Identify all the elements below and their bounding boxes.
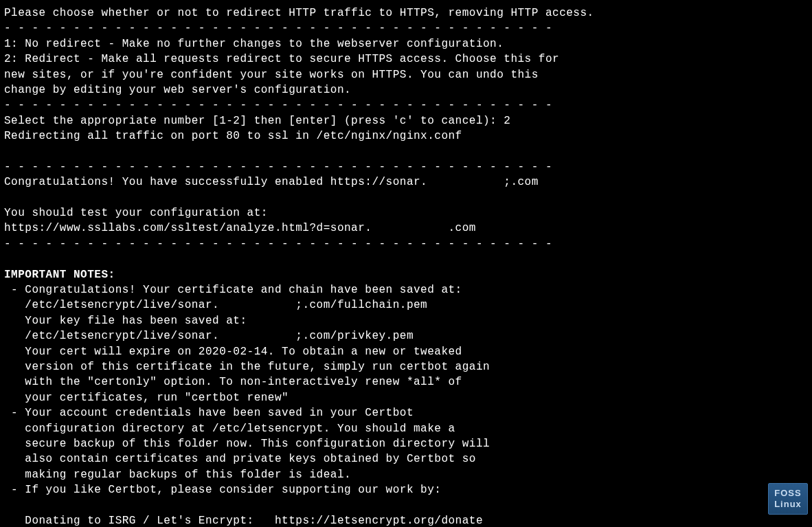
terminal-line <box>4 144 808 159</box>
terminal-line: /etc/letsencrypt/live/sonar. ;.com/fullc… <box>4 298 808 313</box>
terminal-line: 1: No redirect - Make no further changes… <box>4 36 808 52</box>
terminal-line: Donating to ISRG / Let's Encrypt: https:… <box>4 513 808 527</box>
terminal-line <box>4 190 808 205</box>
terminal-line: secure backup of this folder now. This c… <box>4 436 808 451</box>
terminal-line: - - - - - - - - - - - - - - - - - - - - … <box>4 21 808 36</box>
terminal-line: 2: Redirect - Make all requests redirect… <box>4 52 808 67</box>
terminal-line: - If you like Certbot, please consider s… <box>4 482 808 497</box>
terminal-line: new sites, or if you're confident your s… <box>4 67 808 82</box>
terminal-line: - Congratulations! Your certificate and … <box>4 282 808 298</box>
terminal-line <box>4 498 808 513</box>
terminal-line: Congratulations! You have successfully e… <box>4 175 808 190</box>
terminal-line: version of this certificate in the futur… <box>4 359 808 374</box>
terminal-line: https://www.ssllabs.com/ssltest/analyze.… <box>4 221 808 236</box>
terminal-line: /etc/letsencrypt/live/sonar. ;.com/privk… <box>4 328 808 344</box>
terminal-line: configuration directory at /etc/letsencr… <box>4 421 808 436</box>
terminal-line: with the "certonly" option. To non-inter… <box>4 374 808 390</box>
terminal-line: - Your account credentials have been sav… <box>4 405 808 421</box>
terminal-line: Redirecting all traffic on port 80 to ss… <box>4 128 808 144</box>
logo-line2: Linux <box>774 499 802 510</box>
terminal-line: your certificates, run "certbot renew" <box>4 390 808 405</box>
terminal-line: IMPORTANT NOTES: <box>4 267 808 282</box>
terminal-line: Your cert will expire on 2020-02-14. To … <box>4 344 808 359</box>
terminal-line: change by editing your web server's conf… <box>4 82 808 98</box>
logo-line1: FOSS <box>774 488 801 499</box>
terminal-line: making regular backups of this folder is… <box>4 467 808 482</box>
foss-linux-logo: FOSS Linux <box>768 483 808 515</box>
terminal-line <box>4 251 808 267</box>
terminal-line: You should test your configuration at: <box>4 205 808 221</box>
terminal-line: - - - - - - - - - - - - - - - - - - - - … <box>4 98 808 113</box>
terminal-line: - - - - - - - - - - - - - - - - - - - - … <box>4 159 808 175</box>
terminal-line: - - - - - - - - - - - - - - - - - - - - … <box>4 236 808 251</box>
terminal-output: Please choose whether or not to redirect… <box>4 5 808 527</box>
terminal-line: also contain certificates and private ke… <box>4 451 808 467</box>
terminal-line: Select the appropriate number [1-2] then… <box>4 113 808 128</box>
terminal-line: Your key file has been saved at: <box>4 313 808 328</box>
terminal-line: Please choose whether or not to redirect… <box>4 5 808 21</box>
